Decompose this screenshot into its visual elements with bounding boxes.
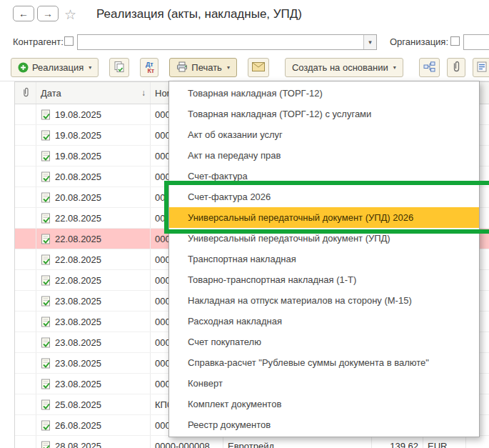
posted-document-icon (41, 296, 51, 307)
back-icon: ← (19, 8, 29, 19)
row-attachment-cell (15, 146, 36, 166)
date-column-header[interactable]: Дата ↓ (36, 82, 151, 104)
sort-desc-icon: ↓ (141, 88, 146, 98)
row-attachment-cell (15, 312, 36, 332)
posted-document-icon (41, 151, 51, 161)
row-date-cell: 23.08.2025 (36, 332, 151, 352)
report-icon (477, 61, 487, 74)
send-email-button[interactable] (248, 58, 269, 77)
print-menu-item[interactable]: Комплект документов (169, 394, 479, 414)
print-menu-item[interactable]: Счет-фактура (169, 166, 479, 186)
favorite-star-icon[interactable]: ☆ (64, 6, 76, 23)
row-amount-cell: 139,62 (372, 436, 423, 448)
contractor-label: Контрагент: (13, 36, 64, 47)
row-date-cell: 22.08.2025 (36, 208, 151, 228)
row-contractor-cell: Евротрейд (223, 436, 372, 448)
print-menu-item[interactable]: Счет покупателю (169, 332, 479, 352)
row-attachment-cell (15, 415, 36, 435)
forward-button[interactable]: → (37, 6, 59, 21)
forward-icon: → (43, 8, 53, 19)
posted-document-icon (41, 379, 51, 389)
create-based-on-button[interactable]: Создать на основании ▾ (285, 58, 403, 77)
print-menu-item[interactable]: Товарно-транспортная накладная (1-Т) (169, 269, 479, 290)
posted-document-icon (41, 441, 51, 448)
posted-document-icon (41, 317, 51, 327)
contractor-input[interactable] (79, 36, 362, 49)
print-menu-item[interactable]: Товарная накладная (ТОРГ-12) с услугами (169, 104, 479, 124)
contractor-dropdown-button[interactable]: ▾ (363, 35, 376, 49)
row-number-cell: 0000-000008 (151, 436, 223, 448)
organization-combobox (463, 34, 489, 50)
print-menu-item[interactable]: Справка-расчет "Рублевые суммы документа… (169, 352, 479, 373)
row-attachment-cell (15, 166, 36, 186)
chevron-down-icon: ▾ (89, 64, 91, 71)
titlebar: ← → ☆ Реализация (акты, накладные, УПД) (0, 0, 489, 30)
print-menu-item[interactable]: Расходная накладная (169, 311, 479, 332)
envelope-icon (252, 62, 265, 74)
create-realization-label: Реализация (32, 62, 84, 73)
print-menu-item[interactable]: Акт об оказании услуг (169, 124, 479, 145)
row-date-cell: 23.08.2025 (36, 374, 151, 394)
copy-button[interactable] (109, 58, 129, 77)
posted-document-icon (41, 234, 51, 244)
print-menu: Товарная накладная (ТОРГ-12) Товарная на… (168, 81, 480, 437)
copy-icon (114, 61, 125, 74)
filter-row: Контрагент: ▾ Организация: (0, 30, 489, 54)
organization-label: Организация: (390, 36, 448, 47)
back-button[interactable]: ← (13, 6, 34, 21)
paperclip-icon (451, 61, 461, 74)
dtkt-button[interactable]: Дт Кт (140, 58, 158, 77)
row-attachment-cell (15, 187, 36, 207)
row-attachment-cell (15, 125, 36, 145)
print-menu-item[interactable]: Счет-фактура 2026 (169, 186, 479, 207)
print-menu-item[interactable]: Реестр документов (169, 414, 479, 435)
attachments-column-header[interactable] (15, 82, 36, 104)
dtkt-icon: Дт Кт (144, 61, 154, 74)
print-menu-item[interactable]: Универсальный передаточный документ (УПД… (169, 207, 479, 228)
row-attachment-cell (15, 436, 36, 448)
row-attachment-cell (15, 394, 36, 414)
print-menu-item[interactable]: Товарная накладная (ТОРГ-12) (169, 83, 479, 104)
row-date-cell: 23.08.2025 (36, 312, 151, 332)
print-menu-item[interactable]: Накладная на отпуск материалов на сторон… (169, 290, 479, 311)
print-menu-item[interactable]: Универсальный передаточный документ (УПД… (169, 228, 479, 249)
organization-checkbox[interactable] (450, 36, 460, 46)
print-button[interactable]: Печать ▾ (169, 58, 237, 77)
app-window: ← → ☆ Реализация (акты, накладные, УПД) … (0, 0, 489, 448)
row-date-cell: 22.08.2025 (36, 270, 151, 290)
row-date-cell: 28.08.2025 (36, 436, 151, 448)
organization-input[interactable] (465, 36, 489, 49)
row-date-cell: 26.08.2025 (36, 415, 151, 435)
row-date-cell: 22.08.2025 (36, 229, 151, 249)
row-attachment-cell (15, 291, 36, 311)
related-documents-icon (423, 61, 435, 74)
posted-document-icon (41, 337, 51, 348)
related-documents-button[interactable] (419, 58, 440, 77)
row-attachment-cell (15, 249, 36, 269)
posted-document-icon (41, 130, 51, 141)
table-row[interactable]: 28.08.2025 0000-000008 Евротрейд 139,62 … (15, 436, 489, 448)
create-based-on-label: Создать на основании (292, 62, 388, 73)
row-attachment-cell (15, 353, 36, 373)
paperclip-icon (21, 87, 30, 99)
contractor-combobox: ▾ (77, 34, 377, 50)
row-date-cell: 20.08.2025 (36, 166, 151, 186)
create-realization-button[interactable]: Реализация ▾ (11, 58, 99, 77)
contractor-checkbox[interactable] (64, 36, 74, 46)
row-attachment-cell (15, 104, 36, 124)
posted-document-icon (41, 192, 51, 203)
print-menu-item[interactable]: Транспортная накладная (169, 249, 479, 269)
print-menu-item[interactable]: Акт на передачу прав (169, 145, 479, 166)
chevron-down-icon: ▾ (227, 64, 230, 71)
row-date-cell: 20.08.2025 (36, 187, 151, 207)
row-attachment-cell (15, 229, 36, 249)
row-attachment-cell (15, 208, 36, 228)
posted-document-icon (41, 399, 51, 410)
row-date-cell: 19.08.2025 (36, 146, 151, 166)
posted-document-icon (41, 358, 51, 369)
print-menu-item[interactable]: Конверт (169, 373, 479, 394)
posted-document-icon (41, 420, 51, 431)
reports-button[interactable] (473, 58, 489, 77)
attachments-button[interactable] (447, 58, 465, 77)
row-date-cell: 19.08.2025 (36, 125, 151, 145)
